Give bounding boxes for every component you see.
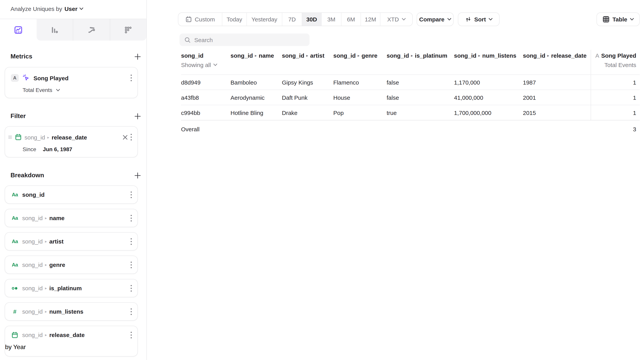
filter-operator[interactable]: Since — [22, 146, 36, 152]
breakdown-kebab-menu[interactable] — [130, 308, 132, 315]
table-row[interactable]: d8d949 Bamboleo Gipsy Kings Flamenco fal… — [181, 74, 640, 90]
column-label: num_listens — [482, 52, 516, 59]
add-breakdown-button[interactable] — [134, 172, 141, 179]
date-range-custom[interactable]: Custom — [178, 13, 222, 26]
date-range-label: 30D — [306, 16, 317, 23]
filter-card[interactable]: song_id ▸ release_date Since Jun 6, 1987 — [5, 126, 138, 157]
column-label: artist — [310, 52, 324, 59]
text-type-icon: Aa — [11, 262, 19, 268]
breakdown-kebab-menu[interactable] — [130, 238, 132, 245]
cell-is-platinum: false — [387, 75, 454, 90]
sort-arrows-icon — [465, 16, 472, 23]
breakdown-section-header: Breakdown — [0, 172, 146, 179]
column-header-metric[interactable]: ASong Played Total Events — [591, 50, 640, 74]
breakdown-kebab-menu[interactable] — [130, 191, 132, 198]
view-type-button[interactable]: Table — [596, 13, 640, 26]
breakdown-property-name: num_listens — [49, 308, 83, 315]
entity-selector[interactable]: User — [64, 6, 83, 12]
cell-song-id: a43fb8 — [181, 90, 230, 105]
cell-metric-value: 1 — [591, 75, 640, 90]
date-range-label: 12M — [365, 16, 376, 23]
tab-retention[interactable] — [110, 19, 146, 41]
column-header-song-id[interactable]: song_id Showing all — [181, 50, 230, 74]
column-header-genre[interactable]: song_id▸genre — [333, 50, 387, 74]
date-range-today[interactable]: Today — [222, 13, 246, 26]
add-filter-button[interactable] — [134, 113, 141, 119]
cell-num-listens: 41,000,000 — [454, 90, 523, 105]
breakdown-card-artist[interactable]: Aa song_id ▸ artist — [5, 232, 138, 250]
breakdown-property-prefix: song_id — [22, 285, 43, 291]
breakdown-card-genre[interactable]: Aa song_id ▸ genre — [5, 256, 138, 274]
filter-section-header: Filter — [0, 113, 146, 120]
date-range-label: 6M — [347, 16, 355, 23]
breakdown-property-name: release_date — [49, 331, 85, 338]
table-search-input[interactable]: Search — [180, 34, 310, 46]
cell-num-listens: 1,170,000 — [454, 75, 523, 90]
filter-kebab-menu[interactable] — [130, 134, 132, 141]
text-type-icon: Aa — [11, 238, 19, 244]
breakdown-card-song-id[interactable]: Aa song_id — [5, 185, 138, 204]
entity-label: User — [64, 6, 78, 12]
showing-all-selector[interactable]: Showing all — [181, 62, 230, 68]
filter-value[interactable]: Jun 6, 1987 — [43, 146, 72, 152]
breakdown-card-is-platinum[interactable]: song_id ▸ is_platinum — [5, 279, 138, 297]
metric-aggregation-sublabel: Total Events — [604, 62, 636, 68]
cell-name: Aerodynamic — [230, 90, 282, 105]
tab-insights[interactable] — [0, 19, 36, 41]
tab-funnels[interactable] — [36, 19, 73, 41]
column-prefix: song_id — [282, 52, 304, 59]
boolean-type-icon — [11, 285, 19, 292]
metric-kebab-menu[interactable] — [130, 74, 132, 81]
overall-value: 3 — [591, 126, 640, 132]
query-builder-sidebar: Analyze Uniques by User — [0, 0, 147, 360]
add-metric-button[interactable] — [134, 53, 141, 60]
column-header-is-platinum[interactable]: song_id▸is_platinum — [387, 50, 454, 74]
table-row[interactable]: a43fb8 Aerodynamic Daft Punk House false… — [181, 90, 640, 105]
table-row[interactable]: c994bb Hotline Bling Drake Pop true 1,70… — [181, 105, 640, 120]
compare-button[interactable]: Compare — [416, 13, 454, 26]
cell-num-listens: 1,700,000,000 — [454, 105, 523, 120]
metric-aggregation-selector[interactable]: Total Events — [5, 87, 138, 98]
tab-flows[interactable] — [73, 19, 110, 41]
table-grid-icon — [602, 16, 610, 23]
breakdown-property-name: song_id — [22, 191, 44, 198]
breakdown-card-name[interactable]: Aa song_id ▸ name — [5, 209, 138, 227]
breakdown-modifier[interactable]: by Year — [5, 344, 26, 350]
date-range-xtd[interactable]: XTD — [380, 13, 412, 26]
column-label: is_platinum — [415, 52, 447, 59]
date-range-7d[interactable]: 7D — [282, 13, 302, 26]
cell-artist: Drake — [282, 105, 333, 120]
overall-row: Overall 3 — [181, 120, 640, 138]
breakdown-kebab-menu[interactable] — [130, 261, 132, 268]
breakdown-card-num-listens[interactable]: # song_id ▸ num_listens — [5, 302, 138, 321]
metric-letter-badge: A — [11, 74, 19, 82]
column-header-release-date[interactable]: song_id▸release_date — [523, 50, 591, 74]
breakdown-kebab-menu[interactable] — [130, 285, 132, 292]
column-header-num-listens[interactable]: song_id▸num_listens — [454, 50, 523, 74]
column-header-artist[interactable]: song_id▸artist — [282, 50, 333, 74]
cell-artist: Daft Punk — [282, 90, 333, 105]
column-header-name[interactable]: song_id▸name — [230, 50, 282, 74]
breakdown-kebab-menu[interactable] — [130, 214, 132, 221]
filter-property-name: release_date — [52, 134, 87, 140]
drag-handle-icon[interactable] — [8, 135, 12, 139]
date-range-label: 3M — [327, 16, 336, 23]
date-range-yesterday[interactable]: Yesterday — [246, 13, 282, 26]
date-range-3m[interactable]: 3M — [321, 13, 341, 26]
caret-separator-icon: ▸ — [478, 53, 480, 58]
metric-card[interactable]: A Song Played Total Events — [5, 67, 138, 98]
cell-release-date: 2001 — [523, 90, 591, 105]
flows-icon — [87, 26, 96, 34]
breakdown-property-prefix: song_id — [22, 238, 43, 245]
cell-artist: Gipsy Kings — [282, 75, 333, 90]
date-range-30d[interactable]: 30D — [302, 13, 321, 26]
cell-genre: Pop — [333, 105, 387, 120]
date-range-12m[interactable]: 12M — [360, 13, 380, 26]
column-label: release_date — [551, 52, 586, 59]
breakdown-kebab-menu[interactable] — [130, 331, 132, 338]
breakdown-card-release-date[interactable]: song_id ▸ release_date by Year — [5, 326, 138, 356]
date-range-6m[interactable]: 6M — [341, 13, 360, 26]
sort-button[interactable]: Sort — [458, 13, 500, 26]
sort-label: Sort — [474, 16, 486, 23]
remove-filter-button[interactable] — [123, 135, 128, 140]
